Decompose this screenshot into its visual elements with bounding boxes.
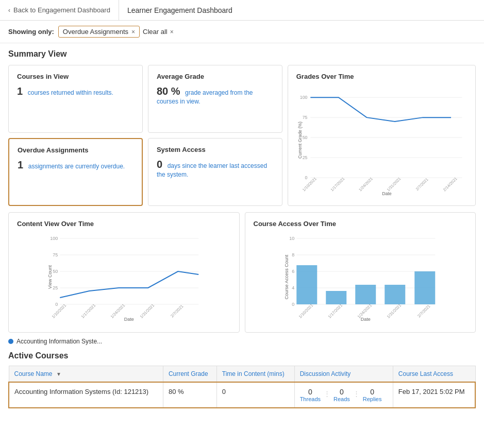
course-access-chart: Course Access Count 10 8 6 4 0: [254, 231, 468, 323]
svg-text:1/17/2021: 1/17/2021: [327, 303, 343, 319]
charts-row: Content View Over Time View Count 100 75…: [8, 212, 476, 333]
summary-grid: Courses in View 1 courses returned withi…: [8, 65, 476, 206]
back-nav-label: Back to Engagement Dashboard: [13, 6, 110, 14]
sort-icon: ▼: [56, 371, 61, 377]
threads-label: Threads: [300, 396, 321, 402]
discussion-cell: 0 Threads ⋮ 0 Reads ⋮ 0 Replies: [300, 388, 388, 402]
svg-text:1/10/2021: 1/10/2021: [297, 303, 314, 319]
content-view-title: Content View Over Time: [17, 220, 231, 228]
clear-all-button[interactable]: Clear all ×: [143, 28, 174, 36]
svg-text:8: 8: [292, 252, 294, 257]
reads-label: Reads: [333, 396, 350, 402]
svg-text:1/17/2021: 1/17/2021: [80, 303, 97, 319]
active-courses-title: Active Courses: [8, 351, 476, 360]
course-access-title: Course Access Over Time: [254, 220, 468, 228]
replies-label: Replies: [363, 396, 382, 402]
courses-table: Course Name ▼ Current Grade Time in Cont…: [8, 366, 476, 408]
clear-all-label: Clear all: [143, 28, 168, 36]
svg-rect-49: [385, 285, 405, 304]
svg-text:0: 0: [305, 175, 307, 180]
system-access-title: System Access: [157, 146, 274, 153]
svg-text:75: 75: [302, 115, 307, 120]
nav-bar: ‹ Back to Engagement Dashboard Learner E…: [0, 0, 484, 21]
svg-text:0: 0: [55, 302, 58, 307]
col-discussion-activity: Discussion Activity: [294, 366, 393, 383]
disc-sep-2: ⋮: [353, 388, 360, 398]
svg-text:2/7/2021: 2/7/2021: [415, 177, 429, 192]
grades-over-time-title: Grades Over Time: [296, 73, 467, 80]
svg-text:50: 50: [302, 135, 307, 140]
legend-label: Accounting Information Syste...: [16, 338, 102, 345]
courses-in-view-value: 1: [17, 85, 23, 97]
col-current-grade: Current Grade: [163, 366, 216, 383]
svg-rect-50: [414, 271, 435, 304]
content-view-card: Content View Over Time View Count 100 75…: [8, 212, 240, 333]
system-access-value: 0: [157, 159, 162, 170]
cell-last-access: Feb 17, 2021 5:02 PM: [393, 382, 475, 408]
filter-bar: Showing only: Overdue Assignments × Clea…: [0, 21, 484, 43]
main-content: Summary View Courses in View 1 courses r…: [0, 43, 484, 415]
reads-item: 0 Reads: [333, 388, 350, 402]
replies-value: 0: [370, 388, 374, 396]
cell-course-name: Accounting Information Systems (Id: 1212…: [9, 382, 163, 408]
svg-text:1/31/2021: 1/31/2021: [386, 176, 402, 192]
svg-text:1/10/2021: 1/10/2021: [51, 303, 68, 319]
back-nav[interactable]: ‹ Back to Engagement Dashboard: [0, 0, 119, 20]
svg-text:2/7/2021: 2/7/2021: [416, 304, 431, 319]
svg-text:6: 6: [292, 269, 294, 274]
svg-text:Date: Date: [382, 191, 392, 196]
overdue-assignments-value: 1: [18, 159, 23, 170]
average-grade-card: Average Grade 80 % grade averaged from t…: [148, 65, 282, 133]
cell-discussion-activity: 0 Threads ⋮ 0 Reads ⋮ 0 Replies: [294, 382, 393, 408]
svg-text:1/10/2021: 1/10/2021: [302, 176, 318, 192]
svg-text:0: 0: [292, 302, 294, 307]
course-name-value: Accounting Information Systems (Id: 1212…: [14, 388, 148, 395]
course-access-card: Course Access Over Time Course Access Co…: [245, 212, 476, 333]
svg-text:2/14/2021: 2/14/2021: [442, 176, 458, 192]
filter-tag-close-icon[interactable]: ×: [131, 28, 135, 36]
svg-text:25: 25: [302, 155, 307, 160]
threads-item: 0 Threads: [300, 388, 321, 402]
grade-value: 80 %: [169, 388, 184, 395]
content-view-chart: View Count 100 75 50 25 0 1/10/2021 1/17…: [17, 231, 231, 323]
grades-over-time-chart: Current Grade (%) 100 75 50 25 0 1/10/20…: [296, 83, 467, 197]
courses-in-view-desc: courses returned within results.: [28, 89, 113, 96]
svg-text:1/31/2021: 1/31/2021: [139, 303, 156, 319]
chart-legend: Accounting Information Syste...: [8, 338, 476, 345]
last-access-value: Feb 17, 2021 5:02 PM: [398, 388, 465, 395]
overdue-assignments-title: Overdue Assignments: [18, 146, 133, 154]
disc-sep-1: ⋮: [324, 388, 330, 398]
svg-text:Current Grade (%): Current Grade (%): [297, 122, 302, 159]
clear-all-close-icon: ×: [170, 28, 174, 36]
time-value: 0: [222, 388, 226, 395]
page-title: Learner Engagement Dashboard: [119, 6, 241, 14]
col-course-name[interactable]: Course Name ▼: [9, 366, 163, 383]
courses-in-view-title: Courses in View: [17, 73, 134, 80]
svg-text:1/31/2021: 1/31/2021: [386, 303, 402, 319]
col-time-in-content: Time in Content (mins): [216, 366, 294, 383]
svg-text:Date: Date: [360, 317, 370, 322]
svg-text:25: 25: [53, 285, 58, 290]
svg-text:1/17/2021: 1/17/2021: [329, 176, 345, 192]
system-access-card: System Access 0 days since the learner l…: [148, 138, 282, 206]
svg-text:2/7/2021: 2/7/2021: [170, 304, 185, 319]
svg-text:10: 10: [289, 236, 294, 241]
summary-view-title: Summary View: [8, 49, 476, 59]
average-grade-value: 80 %: [157, 85, 180, 97]
svg-text:75: 75: [53, 252, 58, 257]
svg-text:4: 4: [292, 285, 294, 290]
system-access-desc: days since the learner last accessed the…: [157, 162, 267, 178]
filter-tag-label: Overdue Assignments: [63, 28, 128, 36]
svg-text:View Count: View Count: [47, 265, 53, 289]
svg-text:Course Access Count: Course Access Count: [284, 254, 289, 299]
svg-text:50: 50: [53, 269, 58, 274]
overdue-assignments-filter-tag[interactable]: Overdue Assignments ×: [58, 26, 140, 38]
col-course-last-access: Course Last Access: [393, 366, 475, 383]
svg-rect-48: [355, 285, 376, 304]
back-chevron-icon: ‹: [8, 7, 10, 14]
overdue-assignments-card: Overdue Assignments 1 assignments are cu…: [8, 138, 143, 206]
average-grade-title: Average Grade: [157, 73, 274, 80]
legend-dot-icon: [8, 339, 13, 344]
replies-item: 0 Replies: [363, 388, 382, 402]
cell-current-grade: 80 %: [163, 382, 216, 408]
